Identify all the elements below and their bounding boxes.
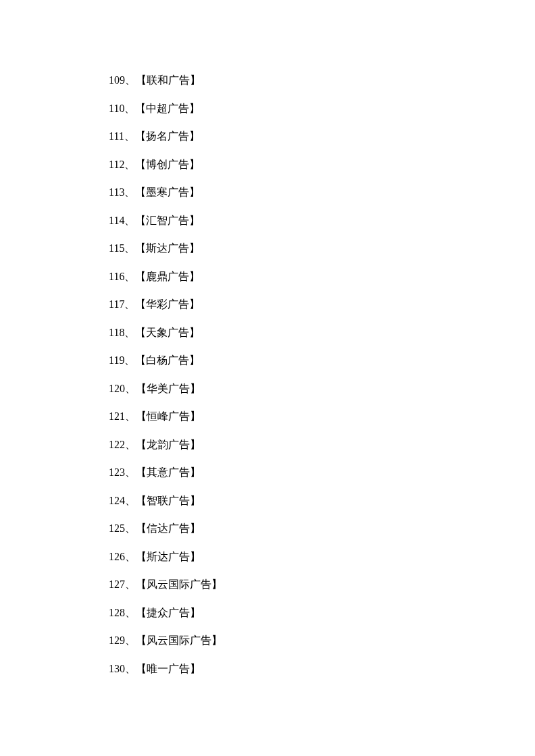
list-item: 123、【其意广告】 [109, 458, 222, 487]
list-item: 126、【斯达广告】 [109, 543, 222, 571]
list-item: 113、【墨寒广告】 [109, 178, 222, 207]
list-item: 125、【信达广告】 [109, 514, 222, 543]
list-item: 112、【博创广告】 [109, 151, 222, 179]
list-item: 127、【风云国际广告】 [109, 570, 222, 599]
list-item: 130、【唯一广告】 [109, 655, 222, 683]
list-item: 121、【恒峰广告】 [109, 402, 222, 431]
document-content: 109、【联和广告】110、【中超广告】111、【扬名广告】112、【博创广告】… [109, 66, 222, 682]
list-item: 118、【天象广告】 [109, 319, 222, 347]
list-item: 124、【智联广告】 [109, 487, 222, 515]
list-item: 111、【扬名广告】 [109, 122, 222, 151]
list-item: 117、【华彩广告】 [109, 290, 222, 319]
list-item: 129、【风云国际广告】 [109, 626, 222, 655]
list-item: 120、【华美广告】 [109, 375, 222, 403]
list-item: 114、【汇智广告】 [109, 207, 222, 235]
list-item: 128、【捷众广告】 [109, 599, 222, 627]
list-item: 115、【斯达广告】 [109, 234, 222, 263]
list-item: 122、【龙韵广告】 [109, 431, 222, 459]
list-item: 116、【鹿鼎广告】 [109, 263, 222, 291]
list-item: 109、【联和广告】 [109, 66, 222, 94]
list-item: 110、【中超广告】 [109, 94, 222, 123]
list-item: 119、【白杨广告】 [109, 346, 222, 375]
